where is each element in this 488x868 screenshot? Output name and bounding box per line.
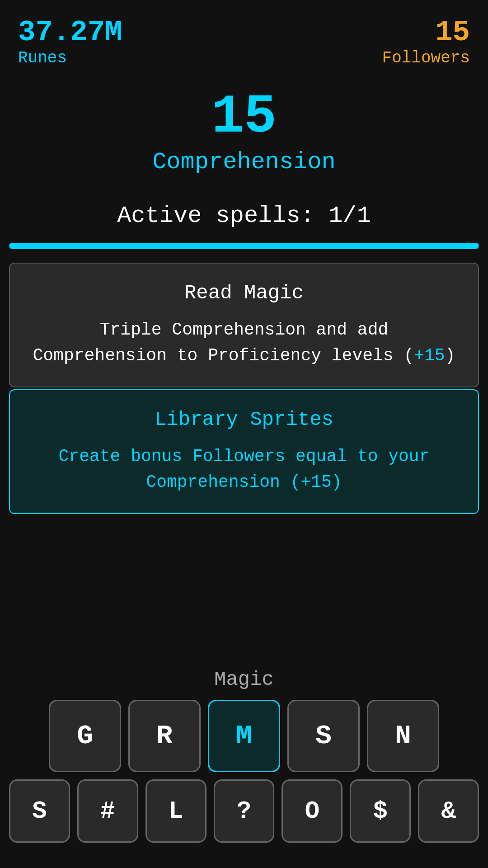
runes-section: 37.27M Runes: [18, 18, 122, 67]
spell-description-library-sprites: Create bonus Followers equal to your Com…: [33, 443, 455, 495]
comprehension-label: Comprehension: [152, 149, 336, 175]
progress-bar-fill: [9, 243, 479, 249]
key-dollar[interactable]: $: [350, 779, 411, 843]
followers-label: Followers: [382, 49, 470, 67]
spell-card-library-sprites[interactable]: Library Sprites Create bonus Followers e…: [9, 389, 479, 514]
read-magic-highlight: +15: [414, 346, 445, 365]
keyboard-label: Magic: [9, 668, 479, 691]
key-R[interactable]: R: [128, 700, 201, 772]
header: 37.27M Runes 15 Followers: [0, 0, 488, 76]
active-spells-label: Active spells: 1/1: [0, 203, 488, 229]
followers-value: 15: [435, 18, 470, 47]
key-L[interactable]: L: [145, 779, 206, 843]
key-question[interactable]: ?: [214, 779, 275, 843]
key-hash[interactable]: #: [77, 779, 138, 843]
key-ampersand[interactable]: &: [418, 779, 479, 843]
key-O[interactable]: O: [282, 779, 343, 843]
comprehension-value: 15: [211, 90, 277, 144]
keyboard-section: Magic G R M S N S # L ? O $ &: [0, 659, 488, 868]
center-section: 15 Comprehension: [0, 90, 488, 175]
keyboard-row-2: S # L ? O $ &: [9, 779, 479, 843]
key-N[interactable]: N: [367, 700, 439, 772]
spell-title-library-sprites: Library Sprites: [33, 408, 455, 431]
followers-section: 15 Followers: [382, 18, 470, 67]
spell-card-read-magic[interactable]: Read Magic Triple Comprehension and add …: [9, 263, 479, 387]
spell-title-read-magic: Read Magic: [33, 282, 455, 304]
keyboard-row-1: G R M S N: [9, 700, 479, 772]
runes-value: 37.27M: [18, 18, 122, 47]
library-sprites-highlight: +15: [300, 472, 331, 492]
key-G[interactable]: G: [49, 700, 121, 772]
key-S-top[interactable]: S: [287, 700, 360, 772]
key-S-bottom[interactable]: S: [9, 779, 70, 843]
progress-bar-container: [9, 243, 479, 249]
spell-description-read-magic: Triple Comprehension and add Comprehensi…: [33, 317, 455, 368]
spells-container: Read Magic Triple Comprehension and add …: [0, 263, 488, 516]
runes-label: Runes: [18, 49, 122, 67]
key-M[interactable]: M: [208, 700, 280, 772]
